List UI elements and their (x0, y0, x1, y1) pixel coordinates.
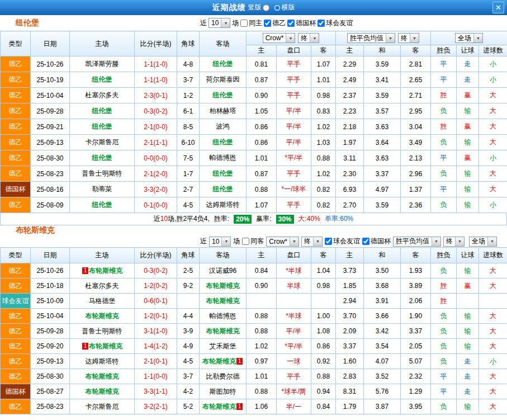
filter-same-home[interactable]: 同主 (240, 18, 262, 28)
match-row: 德乙25-10-18杜塞尔多夫1-2(0-2)9-2布轮斯维克0.90半球0.9… (1, 279, 507, 294)
odds-cell: 1.03 (311, 135, 336, 150)
odds-final-dropdown[interactable]: 终 ▼ (301, 237, 323, 247)
close-icon: ✕ (495, 3, 501, 12)
result-cell: 大 (479, 119, 507, 135)
date-cell: 25-10-04 (31, 309, 70, 324)
filter-league-cup[interactable]: 德国杯 (362, 237, 391, 246)
odds-source-dropdown[interactable]: Crow* ▼ (263, 33, 296, 43)
same-home-checkbox[interactable] (240, 20, 248, 27)
odds-final-dropdown[interactable]: 终 ▼ (298, 33, 319, 43)
window-title: 近期战绩 (212, 3, 246, 13)
close-button[interactable]: ✕ (492, 2, 504, 13)
away-team-cell: 斯图加特 (200, 384, 247, 399)
odds-cell: 0.88 (247, 309, 277, 324)
corner-cell: 4-5 (177, 197, 200, 213)
recent-count-dropdown[interactable]: 10 ▼ (209, 18, 230, 28)
avg-odds-dropdown[interactable]: 胜平负均值 ▼ (347, 33, 395, 43)
filter-league-de2[interactable]: 德乙 (264, 18, 286, 28)
league-cup-checkbox[interactable] (362, 238, 369, 245)
titlebar: 近期战绩 竖版 横版 ✕ (0, 0, 507, 15)
home-team-cell: 纽伦堡 (70, 72, 135, 88)
home-team-cell: 纽伦堡 (70, 197, 135, 213)
score-cell: 0-1(0-0) (135, 197, 177, 213)
avg-final-dropdown[interactable]: 终 ▼ (443, 237, 465, 247)
date-cell: 25-08-27 (31, 384, 70, 399)
avg-cell: 3.68 (364, 279, 401, 294)
avg-final-dropdown[interactable]: 终 ▼ (398, 33, 419, 43)
odds-cell: 0.83 (311, 103, 336, 119)
away-team-cell: 帕德博恩 (200, 150, 247, 166)
avg-cell: 3.95 (401, 399, 431, 414)
layout-option-vertical[interactable]: 竖版 (248, 3, 271, 12)
team-name: 普鲁士明斯特 (82, 169, 122, 177)
recent-count-dropdown[interactable]: 10 ▼ (209, 237, 231, 247)
odds-cell: 一球 (277, 354, 311, 369)
score-cell: 1-1(1-0) (135, 56, 177, 72)
match-row: 德乙25-10-04布轮斯维克1-2(0-1)4-4帕德博恩0.88*半球1.0… (1, 309, 507, 324)
date-cell: 25-10-09 (31, 294, 70, 309)
league-cell: 德乙 (1, 399, 31, 414)
away-team-cell: 汉诺威96 (200, 263, 247, 279)
win-rate-badge: 20% (234, 215, 252, 224)
date-cell: 25-08-09 (31, 197, 70, 213)
avg-cell: 2.95 (401, 103, 431, 119)
league-cup-checkbox[interactable] (287, 20, 295, 27)
avg-cell: 3.49 (401, 135, 431, 150)
team-name: 卡尔斯鲁厄 (86, 138, 119, 146)
same-away-checkbox[interactable] (242, 238, 249, 245)
odds-cell: 0.98 (311, 88, 336, 103)
avg-cell: 1.85 (336, 279, 364, 294)
odds-cell: 平手 (277, 56, 311, 72)
result-cell: 走 (457, 369, 479, 384)
avg-cell: 3.59 (364, 88, 401, 103)
corner-cell: 6-10 (177, 135, 200, 150)
date-cell: 25-08-16 (31, 182, 70, 197)
chevron-down-icon: ▼ (286, 34, 295, 43)
team-name: 帕德博恩 (210, 312, 236, 320)
date-cell: 25-09-28 (31, 324, 70, 339)
team-name: 凯泽斯劳滕 (86, 60, 119, 68)
odds-cell: 0.88 (247, 324, 277, 339)
col-res-goals: 进球数 (479, 248, 507, 263)
team-name: 卡尔斯鲁厄 (86, 403, 119, 410)
league-de2-checkbox[interactable] (264, 20, 271, 27)
match-row: 德国杯25-08-27布轮斯维克3-3(1-1)4-2斯图加特0.88*球半/两… (1, 384, 507, 399)
away-team-cell: 布轮斯维克 (200, 294, 247, 309)
result-cell: 走 (457, 56, 479, 72)
filter-same-away[interactable]: 同客 (242, 237, 264, 246)
team-name: 纽伦堡 (213, 185, 233, 193)
odds-cell (277, 294, 311, 309)
team-name: 杜塞尔多夫 (86, 91, 119, 99)
avg-cell: 1.79 (336, 399, 364, 414)
layout-option-horizontal[interactable]: 横版 (273, 3, 295, 12)
result-cell: 小 (479, 56, 507, 72)
scope-dropdown[interactable]: 全场 ▼ (469, 237, 497, 247)
team-name: 汉诺威96 (209, 267, 236, 275)
odds-source-dropdown[interactable]: Crow* ▼ (266, 237, 299, 247)
layout-horizontal-radio[interactable] (274, 4, 281, 11)
result-cell: 小 (479, 150, 507, 166)
league-cell: 德乙 (1, 279, 31, 294)
team-name: 布轮斯维克 (89, 267, 122, 275)
team-name: 布轮斯维克 (86, 312, 119, 320)
league-friendly-checkbox[interactable] (318, 20, 325, 27)
odds-cell: 1.02 (311, 166, 336, 182)
table1-header-row: 类型 日期 主场 比分(半场) 角球 客场 Crow* ▼ 终 ▼ (1, 31, 507, 45)
filter-league-friendly[interactable]: 球会友谊 (318, 18, 353, 28)
odds-cell: *半球 (277, 263, 311, 279)
filter-league-cup[interactable]: 德国杯 (287, 18, 316, 28)
avg-cell: 3.37 (364, 166, 401, 182)
league-friendly-checkbox[interactable] (325, 238, 332, 245)
scope-dropdown[interactable]: 全场 ▼ (455, 33, 483, 43)
col-avg-away: 客 (401, 248, 431, 263)
layout-vertical-radio[interactable] (263, 4, 269, 11)
result-cell: 大 (479, 88, 507, 103)
avg-odds-dropdown[interactable]: 胜平负均值 ▼ (393, 237, 441, 247)
team-name: 纽伦堡 (213, 91, 233, 99)
odds-cell: 1.07 (311, 56, 336, 72)
corner-cell: 4-5 (177, 354, 200, 369)
result-cell: 负 (431, 399, 457, 414)
avg-cell: 5.76 (364, 384, 401, 399)
filter-league-friendly[interactable]: 球会友谊 (325, 237, 360, 246)
result-cell: 输 (457, 309, 479, 324)
